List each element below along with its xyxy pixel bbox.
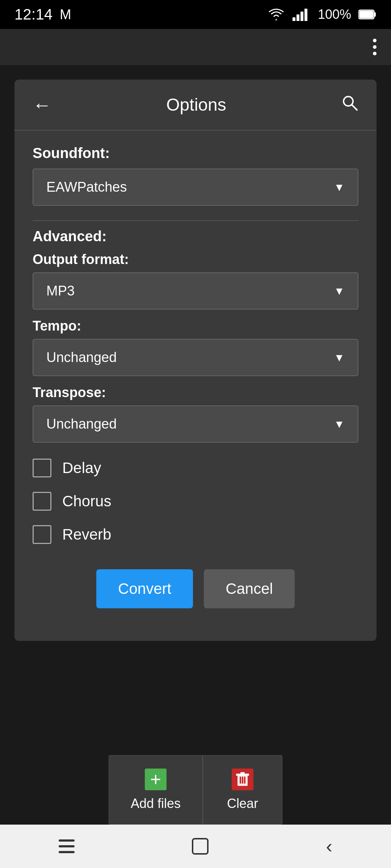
overflow-menu-button[interactable]	[373, 39, 377, 55]
status-left: 12:14 M	[14, 6, 71, 23]
bottom-toolbar: Add files Clear	[0, 755, 391, 825]
soundfont-dropdown[interactable]: EAWPatches ▼	[33, 169, 358, 206]
signal-icon	[293, 7, 311, 22]
transpose-group: Transpose: Unchanged ▼	[33, 385, 358, 443]
clear-button[interactable]: Clear	[203, 755, 282, 825]
tempo-arrow: ▼	[334, 352, 345, 364]
svg-rect-13	[242, 776, 243, 784]
delay-checkbox-item[interactable]: Delay	[33, 451, 358, 485]
gmail-icon: M	[60, 7, 71, 22]
clear-icon	[232, 769, 253, 790]
home-nav-icon[interactable]	[192, 838, 209, 855]
output-format-dropdown[interactable]: MP3 ▼	[33, 272, 358, 310]
divider-1	[33, 220, 358, 221]
search-button[interactable]	[341, 94, 358, 115]
trash-icon	[236, 772, 249, 787]
chorus-checkbox[interactable]	[33, 492, 51, 511]
convert-button[interactable]: Convert	[96, 569, 193, 608]
options-panel: ← Options Soundfont: EAWPatches ▼	[14, 80, 377, 641]
output-format-group: Output format: MP3 ▼	[33, 252, 358, 310]
tempo-label: Tempo:	[33, 318, 358, 334]
battery-percent: 100%	[318, 7, 351, 22]
svg-rect-5	[374, 12, 376, 17]
transpose-value: Unchanged	[46, 416, 117, 432]
advanced-section: Advanced: Output format: MP3 ▼ Tempo: Un…	[33, 228, 358, 551]
tempo-group: Tempo: Unchanged ▼	[33, 318, 358, 376]
status-bar: 12:14 M 100%	[0, 0, 391, 29]
soundfont-label: Soundfont:	[33, 145, 358, 161]
tempo-value: Unchanged	[46, 350, 117, 365]
tempo-dropdown[interactable]: Unchanged ▼	[33, 339, 358, 376]
svg-rect-0	[293, 17, 295, 21]
output-format-arrow: ▼	[334, 285, 345, 297]
reverb-checkbox-item[interactable]: Reverb	[33, 518, 358, 551]
svg-rect-12	[240, 776, 241, 784]
top-menu-bar	[0, 29, 391, 65]
chorus-label: Chorus	[62, 493, 111, 510]
transpose-dropdown[interactable]: Unchanged ▼	[33, 405, 358, 443]
wifi-icon	[267, 7, 285, 22]
status-right: 100%	[267, 7, 377, 22]
svg-line-8	[352, 105, 357, 110]
menu-nav-icon[interactable]	[59, 839, 75, 853]
svg-rect-1	[297, 14, 299, 21]
back-nav-icon[interactable]: ‹	[326, 835, 332, 857]
clear-label: Clear	[227, 796, 258, 811]
status-time: 12:14	[14, 6, 52, 23]
back-button[interactable]: ←	[33, 95, 51, 114]
delay-label: Delay	[62, 459, 101, 477]
soundfont-value: EAWPatches	[46, 179, 127, 195]
soundfont-section: Soundfont: EAWPatches ▼	[33, 145, 358, 206]
options-content: Soundfont: EAWPatches ▼ Advanced: Output…	[14, 131, 377, 641]
delay-checkbox[interactable]	[33, 459, 51, 477]
transpose-arrow: ▼	[334, 418, 345, 430]
page-title: Options	[166, 95, 226, 115]
svg-rect-11	[240, 772, 245, 774]
main-area: ← Options Soundfont: EAWPatches ▼	[0, 65, 391, 641]
reverb-checkbox[interactable]	[33, 525, 51, 544]
soundfont-dropdown-arrow: ▼	[334, 181, 345, 193]
output-format-label: Output format:	[33, 252, 358, 267]
svg-rect-6	[360, 11, 373, 18]
battery-icon	[358, 9, 377, 20]
transpose-label: Transpose:	[33, 385, 358, 400]
action-buttons: Convert Cancel	[33, 555, 358, 626]
chorus-checkbox-item[interactable]: Chorus	[33, 485, 358, 518]
reverb-label: Reverb	[62, 526, 111, 543]
add-files-label: Add files	[131, 796, 181, 811]
cancel-button[interactable]: Cancel	[204, 569, 295, 608]
output-format-value: MP3	[46, 283, 75, 299]
add-files-button[interactable]: Add files	[109, 755, 203, 825]
svg-rect-14	[244, 776, 245, 784]
options-header: ← Options	[14, 80, 377, 131]
advanced-label: Advanced:	[33, 228, 358, 244]
nav-bar: ‹	[0, 825, 391, 868]
svg-rect-2	[300, 12, 303, 21]
svg-rect-3	[304, 9, 307, 21]
add-files-icon	[145, 769, 167, 790]
